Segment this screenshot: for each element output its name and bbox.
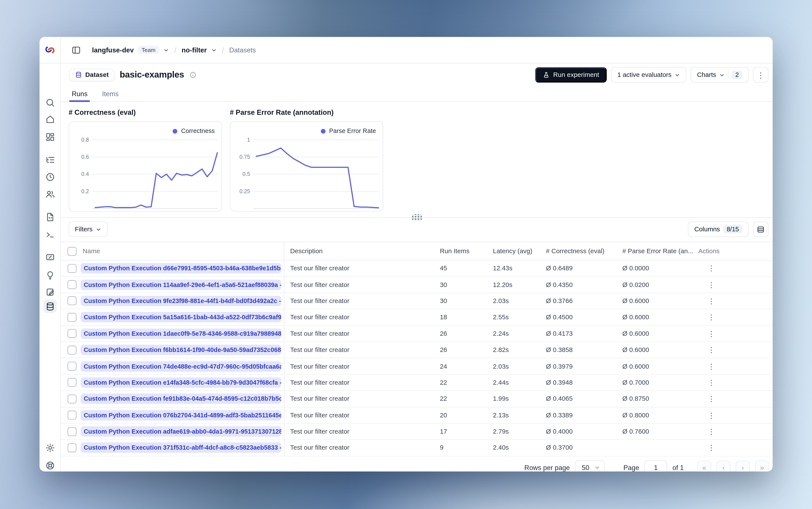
dataset-badge-label: Dataset: [86, 71, 109, 79]
dashboards-icon[interactable]: [43, 130, 57, 143]
next-page-button[interactable]: ›: [736, 461, 750, 472]
first-page-button[interactable]: «: [697, 461, 711, 472]
run-items-value: 26: [432, 330, 485, 337]
table-row: Custom Python Execution d66e7991-8595-45…: [61, 260, 773, 277]
run-correctness-value: Ø 0.3700: [538, 444, 614, 451]
row-actions-kebab-icon[interactable]: ⋮: [706, 362, 717, 370]
chevron-down-icon: [719, 72, 725, 77]
column-header-latency[interactable]: Latency (avg): [485, 247, 538, 255]
row-checkbox[interactable]: [68, 345, 76, 354]
run-name-link[interactable]: Custom Python Execution adfae619-abb0-4d…: [80, 426, 281, 437]
run-experiment-label: Run experiment: [553, 71, 599, 79]
run-name-link[interactable]: Custom Python Execution f6bb1614-1f90-40…: [80, 345, 281, 355]
run-latency-value: 2.79s: [485, 428, 538, 435]
row-checkbox[interactable]: [68, 264, 76, 273]
rows-per-page-select[interactable]: 50: [575, 460, 605, 472]
run-description: Test our filter creator: [284, 379, 432, 386]
row-actions-kebab-icon[interactable]: ⋮: [706, 264, 717, 272]
row-actions-kebab-icon[interactable]: ⋮: [706, 427, 717, 436]
page-actions-kebab-button[interactable]: ⋮: [753, 67, 769, 83]
active-evaluators-label: 1 active evaluators: [617, 71, 671, 79]
row-actions-kebab-icon[interactable]: ⋮: [706, 330, 717, 338]
run-name-link[interactable]: Custom Python Execution 076b2704-341d-48…: [80, 410, 281, 420]
row-checkbox[interactable]: [68, 313, 76, 321]
row-height-button[interactable]: [753, 222, 769, 237]
org-chevron-down-icon[interactable]: [163, 47, 169, 53]
annotation-clipboard-pen-icon[interactable]: [43, 285, 57, 298]
evaluators-icon[interactable]: [43, 250, 57, 263]
active-evaluators-button[interactable]: 1 active evaluators: [611, 67, 687, 83]
prev-page-button[interactable]: ‹: [716, 461, 731, 472]
row-checkbox[interactable]: [68, 427, 76, 436]
run-name-link[interactable]: Custom Python Execution 1daec0f9-5e78-43…: [80, 328, 281, 339]
row-checkbox[interactable]: [68, 362, 76, 371]
run-name-link[interactable]: Custom Python Execution d66e7991-8595-45…: [80, 263, 281, 274]
column-header-description[interactable]: Description: [284, 247, 432, 255]
project-chevron-down-icon[interactable]: [211, 47, 217, 53]
breadcrumb-page[interactable]: Datasets: [229, 46, 256, 54]
run-name-link[interactable]: Custom Python Execution 74de488e-ec9d-47…: [80, 361, 281, 371]
info-icon[interactable]: [189, 71, 197, 79]
button-divider: [728, 71, 729, 79]
run-name-link[interactable]: Custom Python Execution fe91b83e-04a5-47…: [80, 394, 281, 404]
sidebar-toggle-button[interactable]: [69, 43, 82, 57]
tab-runs[interactable]: Runs: [69, 86, 90, 101]
tab-items[interactable]: Items: [99, 86, 121, 101]
table-row: Custom Python Execution 371f531c-abff-4d…: [61, 440, 773, 456]
sidebar-nav: [39, 64, 61, 472]
sessions-clock-icon[interactable]: [43, 170, 57, 183]
breadcrumb-project[interactable]: no-filter: [181, 46, 207, 54]
insights-lightbulb-icon[interactable]: [43, 268, 57, 281]
langfuse-logo[interactable]: [39, 37, 61, 63]
row-actions-kebab-icon[interactable]: ⋮: [706, 411, 717, 419]
run-name-link[interactable]: Custom Python Execution 114aa9ef-29e6-4e…: [80, 279, 281, 290]
row-actions-kebab-icon[interactable]: ⋮: [706, 280, 717, 289]
row-actions-kebab-icon[interactable]: ⋮: [706, 313, 717, 321]
support-lifebuoy-icon[interactable]: [43, 459, 57, 472]
columns-label: Columns: [695, 226, 720, 233]
row-checkbox[interactable]: [68, 395, 76, 403]
run-name-link[interactable]: Custom Python Execution 9fe23f98-881e-44…: [80, 296, 281, 306]
columns-button[interactable]: Columns 8/15: [688, 222, 749, 237]
row-checkbox[interactable]: [68, 378, 76, 387]
column-header-parse-error-rate[interactable]: # Parse Error Rate (an...: [614, 247, 690, 255]
column-header-run-items[interactable]: Run Items: [432, 247, 485, 255]
run-name-link[interactable]: Custom Python Execution e14fa348-5cfc-49…: [80, 377, 281, 388]
playground-terminal-icon[interactable]: [43, 228, 57, 241]
run-experiment-button[interactable]: Run experiment: [535, 67, 607, 83]
run-name-link[interactable]: Custom Python Execution 5a15a616-1bab-44…: [80, 312, 281, 323]
panel-splitter: [61, 217, 773, 218]
page-number-input[interactable]: [644, 460, 667, 472]
users-icon[interactable]: [43, 187, 57, 201]
row-checkbox[interactable]: [68, 297, 76, 305]
run-correctness-value: Ø 0.4500: [538, 314, 614, 321]
settings-gear-icon[interactable]: [43, 441, 57, 454]
row-actions-kebab-icon[interactable]: ⋮: [706, 297, 717, 305]
row-actions-kebab-icon[interactable]: ⋮: [706, 444, 717, 452]
row-actions-kebab-icon[interactable]: ⋮: [706, 346, 717, 354]
search-icon[interactable]: [43, 96, 57, 109]
row-checkbox[interactable]: [68, 411, 76, 419]
filters-button[interactable]: Filters: [69, 222, 108, 237]
prompts-file-code-icon[interactable]: [43, 210, 57, 224]
row-actions-kebab-icon[interactable]: ⋮: [706, 378, 717, 386]
run-name-link[interactable]: Custom Python Execution 371f531c-abff-4d…: [80, 443, 281, 453]
row-checkbox[interactable]: [68, 443, 76, 452]
row-checkbox[interactable]: [68, 280, 76, 289]
column-header-name[interactable]: Name: [79, 242, 284, 260]
column-header-correctness[interactable]: # Correctness (eval): [538, 247, 614, 255]
sidebar-item-datasets[interactable]: [43, 299, 57, 313]
last-page-button[interactable]: »: [755, 461, 769, 472]
chart-parse-error-rate: # Parse Error Rate (annotation) 0.250.50…: [230, 109, 383, 212]
run-correctness-value: Ø 0.6489: [538, 265, 614, 272]
breadcrumb-org[interactable]: langfuse-dev: [92, 46, 134, 54]
run-items-value: 30: [432, 281, 485, 288]
home-icon[interactable]: [43, 112, 57, 126]
resize-handle[interactable]: [412, 214, 422, 221]
tracing-icon[interactable]: [43, 153, 57, 166]
main-content: Dataset basic-examples Run experiment 1 …: [61, 64, 773, 472]
select-all-checkbox[interactable]: [68, 247, 76, 256]
charts-button[interactable]: Charts 2: [691, 67, 749, 83]
row-actions-kebab-icon[interactable]: ⋮: [706, 395, 717, 403]
row-checkbox[interactable]: [68, 329, 76, 338]
